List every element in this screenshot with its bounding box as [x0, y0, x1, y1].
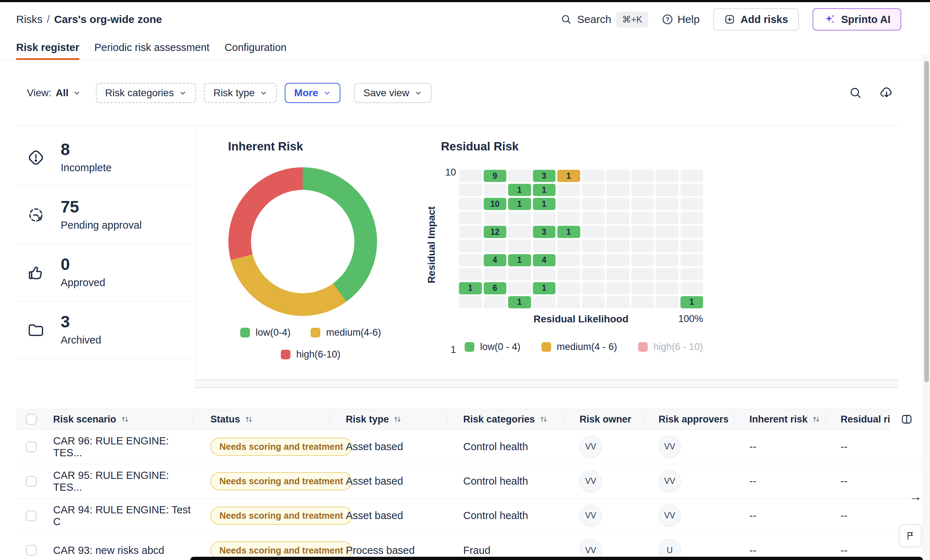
- column-header-risk-scenario[interactable]: Risk scenario: [53, 409, 192, 430]
- risk-register-page: Risks / Cars's org-wide zone Search ⌘+K …: [0, 0, 930, 560]
- risk-type-filter[interactable]: Risk type: [204, 83, 277, 103]
- heatmap-cell: [582, 212, 605, 224]
- sort-icon: [812, 415, 821, 424]
- vertical-scrollbar-thumb[interactable]: [924, 61, 929, 382]
- risk-scenario-cell[interactable]: CAR 93: new risks abcd: [53, 545, 192, 556]
- heatmap-cell: [533, 296, 556, 308]
- legend-item-high-disabled[interactable]: high(6 - 10): [638, 342, 703, 352]
- column-header-status[interactable]: Status: [192, 409, 330, 430]
- heatmap-cell: [607, 212, 630, 224]
- heatmap-cell: [631, 184, 654, 196]
- column-header-risk-approvers[interactable]: Risk approvers: [643, 409, 733, 430]
- table-row[interactable]: CAR 93: new risks abcdNeeds scoring and …: [16, 533, 923, 560]
- legend-item-medium[interactable]: medium(4 - 6): [542, 342, 617, 352]
- heatmap-cell: [533, 268, 556, 280]
- heatmap-cell: [557, 282, 580, 294]
- heatmap-cell: [459, 296, 482, 308]
- heatmap-cell: [582, 282, 605, 294]
- risk-scenario-cell[interactable]: CAR 94: RULE ENGINE: Test C: [53, 504, 192, 528]
- row-checkbox[interactable]: [26, 442, 37, 452]
- heatmap-cell: [607, 198, 630, 210]
- legend-item-high[interactable]: high(6-10): [281, 349, 340, 360]
- risk-type-cell: Asset based: [330, 510, 447, 522]
- stat-archived[interactable]: 3 Archived: [16, 301, 196, 358]
- table-row[interactable]: CAR 94: RULE ENGINE: Test CNeeds scoring…: [16, 498, 923, 533]
- cloud-download-icon: [879, 85, 894, 100]
- legend-label: medium(4 - 6): [557, 342, 617, 352]
- heatmap-cell: [631, 296, 654, 308]
- tab-risk-register[interactable]: Risk register: [16, 37, 79, 60]
- add-risks-button[interactable]: Add risks: [713, 8, 799, 31]
- stat-incomplete[interactable]: 8 Incomplete: [16, 129, 196, 186]
- legend-item-low[interactable]: low(0 - 4): [465, 342, 520, 352]
- select-all-checkbox[interactable]: [26, 414, 37, 425]
- column-header-inherent-risk[interactable]: Inherent risk: [733, 409, 826, 430]
- column-header-risk-owner[interactable]: Risk owner: [564, 409, 643, 430]
- row-checkbox[interactable]: [26, 511, 37, 521]
- column-settings-area: [890, 409, 923, 430]
- heatmap-cell: [631, 198, 654, 210]
- breadcrumb-separator: /: [47, 13, 49, 26]
- legend-swatch: [240, 328, 250, 337]
- export-download-button[interactable]: [879, 85, 894, 100]
- owner-avatar: VV: [579, 470, 602, 492]
- column-label: Risk approvers: [659, 414, 728, 425]
- table-row[interactable]: CAR 96: RULE ENGINE: TES...Needs scoring…: [16, 430, 923, 464]
- approver-avatar: VV: [659, 505, 681, 527]
- help-button[interactable]: ? Help: [662, 13, 700, 26]
- heatmap-cell: 4: [533, 254, 556, 266]
- search-icon: [560, 14, 572, 25]
- heatmap-cell: [582, 226, 605, 238]
- residual-risk-title: Residual Risk: [441, 140, 901, 153]
- row-checkbox[interactable]: [26, 545, 37, 556]
- heatmap-cell: [533, 212, 556, 224]
- thumbs-up-icon: [27, 263, 45, 282]
- table-row[interactable]: CAR 95: RULE ENGINE: TES...Needs scoring…: [16, 464, 923, 498]
- legend-item-medium[interactable]: medium(4-6): [311, 327, 381, 338]
- heatmap-cell: [459, 170, 482, 182]
- column-header-residual-risk[interactable]: Residual risk: [826, 409, 890, 430]
- sprinto-ai-button[interactable]: Sprinto AI: [813, 8, 901, 31]
- heatmap-cell: [607, 268, 630, 280]
- heatmap-cell: 1: [533, 282, 556, 294]
- charts-horizontal-scrollbar[interactable]: [195, 380, 899, 388]
- stat-pending-approval[interactable]: 75 Pending approval: [16, 186, 196, 244]
- column-header-risk-categories[interactable]: Risk categories: [447, 409, 564, 430]
- stat-approved[interactable]: 0 Approved: [16, 244, 196, 301]
- row-checkbox[interactable]: [26, 476, 37, 487]
- stat-label: Pending approval: [61, 219, 142, 231]
- risk-approvers-cell: VV: [643, 436, 733, 458]
- more-filters-button[interactable]: More: [285, 83, 340, 103]
- scroll-right-arrow[interactable]: →: [909, 489, 922, 504]
- column-header-risk-type[interactable]: Risk type: [330, 409, 447, 430]
- stat-label: Approved: [61, 277, 105, 289]
- sort-icon: [245, 415, 253, 424]
- heatmap-cell: [557, 268, 580, 280]
- breadcrumb-risks-link[interactable]: Risks: [16, 13, 42, 26]
- approver-avatar: VV: [659, 470, 681, 492]
- risk-scenario-cell[interactable]: CAR 96: RULE ENGINE: TES...: [53, 435, 192, 459]
- vertical-scrollbar-track[interactable]: [923, 54, 930, 560]
- heatmap-cell: [557, 254, 580, 266]
- view-selector[interactable]: View: All: [27, 87, 81, 99]
- x-axis-max-label: 100%: [678, 313, 703, 325]
- risk-scenario-cell[interactable]: CAR 95: RULE ENGINE: TES...: [53, 469, 192, 493]
- heatmap-cell: [607, 184, 630, 196]
- legend-item-low[interactable]: low(0-4): [240, 327, 291, 338]
- global-search[interactable]: Search ⌘+K: [560, 11, 648, 28]
- heatmap-cell: [557, 296, 580, 308]
- tab-periodic-risk-assessment[interactable]: Periodic risk assessment: [94, 37, 210, 60]
- table-body: CAR 96: RULE ENGINE: TES...Needs scoring…: [16, 430, 923, 560]
- heatmap-cell: [656, 282, 679, 294]
- risk-categories-filter[interactable]: Risk categories: [96, 83, 196, 103]
- heatmap-cell: [656, 296, 679, 308]
- heatmap-cell: [631, 170, 654, 182]
- save-view-button[interactable]: Save view: [354, 83, 432, 103]
- feedback-flag-button[interactable]: [899, 524, 922, 547]
- page-title: Cars's org-wide zone: [54, 13, 162, 26]
- heatmap-cell: 12: [483, 226, 507, 238]
- column-label: Risk categories: [463, 414, 535, 425]
- table-search-button[interactable]: [849, 86, 862, 100]
- columns-settings-icon[interactable]: [901, 413, 913, 425]
- tab-configuration[interactable]: Configuration: [225, 37, 286, 60]
